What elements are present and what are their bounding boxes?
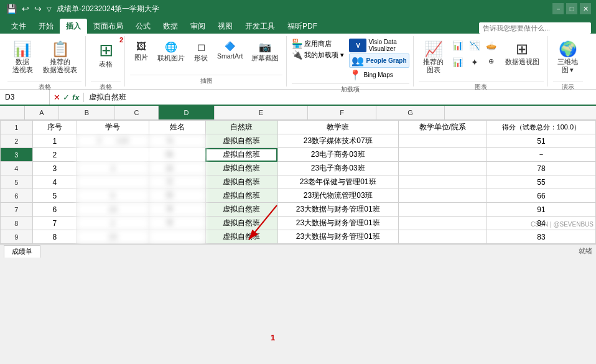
cell-C5[interactable]: 艾 [149, 175, 205, 189]
cell-G5[interactable]: 55 [487, 175, 595, 189]
cell-G7[interactable]: 91 [487, 203, 595, 217]
col-header-F[interactable]: F [308, 106, 376, 119]
cell-D7[interactable]: 虚拟自然班 [205, 203, 277, 217]
cell-G8[interactable]: 84 [487, 217, 595, 230]
close-button[interactable]: ✕ [580, 3, 591, 14]
save-icon[interactable]: 💾 [5, 2, 18, 15]
sheet-tab-chengji[interactable]: 成绩单 [4, 245, 40, 258]
cell-F1[interactable]: 教学单位/院系 [398, 121, 487, 134]
undo-icon[interactable]: ↩ [21, 2, 30, 15]
3dmap-button[interactable]: 🌍 三维地图 ▾ [553, 39, 583, 78]
tab-data[interactable]: 数据 [157, 19, 184, 34]
cell-D8[interactable]: 虚拟自然班 [205, 217, 277, 230]
cell-F3[interactable] [398, 148, 487, 162]
col-header-A[interactable]: A [25, 106, 59, 119]
cell-E1[interactable]: 教学班 [277, 121, 398, 134]
column-chart-button[interactable]: 📊 [450, 39, 466, 55]
cell-F7[interactable] [398, 203, 487, 217]
cell-A3[interactable]: 2 [32, 148, 77, 162]
cell-A4[interactable]: 3 [32, 162, 77, 175]
row-number-4[interactable]: 4 [1, 162, 33, 175]
cell-A6[interactable]: 5 [32, 189, 77, 203]
cell-B1[interactable]: 学号 [77, 121, 149, 134]
cell-B7[interactable]: 23 [77, 203, 149, 217]
cancel-formula-icon[interactable]: ✕ [54, 93, 60, 102]
minimize-button[interactable]: － [552, 3, 564, 14]
line-chart-button[interactable]: 📉 [467, 39, 483, 55]
shape-button[interactable]: ◻ 形状 [190, 39, 212, 56]
redo-icon[interactable]: ↪ [33, 2, 43, 15]
cell-F6[interactable] [398, 189, 487, 203]
cell-B3[interactable] [77, 148, 149, 162]
pivot-chart-button[interactable]: ⊞ 数据透视图 [501, 39, 544, 78]
cell-E7[interactable]: 23大数据与财务管理01班 [277, 203, 398, 217]
row-number-9[interactable]: 9 [1, 230, 33, 244]
cell-B6[interactable]: 5 [77, 189, 149, 203]
tab-review[interactable]: 审阅 [184, 19, 212, 34]
cell-C6[interactable]: 郭 [149, 189, 205, 203]
customize-icon[interactable]: ▽ [45, 4, 53, 14]
confirm-formula-icon[interactable]: ✓ [63, 93, 70, 102]
other-chart-button[interactable]: ⊕ [483, 55, 500, 72]
tell-me-input[interactable] [479, 22, 591, 34]
cell-A5[interactable]: 4 [32, 175, 77, 189]
cell-G2[interactable]: 51 [487, 134, 595, 148]
cell-G1[interactable]: 得分（试卷总分：100.0） [487, 121, 595, 134]
cell-D1[interactable]: 自然班 [205, 121, 277, 134]
cell-D6[interactable]: 虚拟自然班 [205, 189, 277, 203]
row-number-1[interactable]: 1 [1, 121, 33, 134]
cell-E8[interactable]: 23大数据与财务管理01班 [277, 217, 398, 230]
smartart-button[interactable]: 🔷 SmartArt [213, 39, 246, 56]
recommend-pivot-button[interactable]: 📋 推荐的数据透视表 [39, 39, 81, 78]
col-header-D[interactable]: D [159, 106, 215, 119]
row-number-6[interactable]: 6 [1, 189, 33, 203]
row-number-2[interactable]: 2 [1, 134, 33, 148]
row-number-5[interactable]: 5 [1, 175, 33, 189]
cell-D5[interactable]: 虚拟自然班 [205, 175, 277, 189]
cell-F8[interactable] [398, 217, 487, 230]
col-header-G[interactable]: G [376, 106, 445, 119]
col-header-E[interactable]: E [215, 106, 308, 119]
tab-start[interactable]: 开始 [32, 19, 60, 34]
cell-A2[interactable]: 1 [32, 134, 77, 148]
cell-C2[interactable]: 马 [149, 134, 205, 148]
scatter-chart-button[interactable]: ✦ [467, 55, 483, 72]
row-number-7[interactable]: 7 [1, 203, 33, 217]
cell-G4[interactable]: 78 [487, 162, 595, 175]
col-header-C[interactable]: C [115, 106, 159, 119]
cell-B4[interactable]: 3 [77, 162, 149, 175]
cell-C7[interactable]: 李 [149, 203, 205, 217]
cell-G3[interactable]: － [487, 148, 595, 162]
cell-F2[interactable] [398, 134, 487, 148]
cell-D3[interactable]: 虚拟自然班 [205, 148, 277, 162]
cell-A7[interactable]: 6 [32, 203, 77, 217]
screenshot-button[interactable]: 📷 屏幕截图 [248, 39, 282, 56]
cell-C1[interactable]: 姓名 [149, 121, 205, 134]
cell-F9[interactable] [398, 230, 487, 244]
cell-D2[interactable]: 虚拟自然班 [205, 134, 277, 148]
cell-B5[interactable] [77, 175, 149, 189]
cell-B2[interactable]: 2 110 [77, 134, 149, 148]
online-picture-button[interactable]: 🌐 联机图片 [154, 39, 189, 56]
maximize-button[interactable]: □ [566, 3, 577, 14]
cell-C4[interactable]: 赵 [149, 162, 205, 175]
cell-G9[interactable]: 83 [487, 230, 595, 244]
cell-C9[interactable] [149, 230, 205, 244]
cell-E2[interactable]: 23数字媒体技术07班 [277, 134, 398, 148]
pie-chart-button[interactable]: 🥧 [483, 39, 500, 55]
row-number-3[interactable]: 3 [1, 148, 33, 162]
tab-page-layout[interactable]: 页面布局 [87, 19, 129, 34]
cell-E6[interactable]: 23现代物流管理03班 [277, 189, 398, 203]
table-button[interactable]: ⊞ 表格 [91, 39, 121, 78]
cell-C3[interactable]: 陈 [149, 148, 205, 162]
cell-A1[interactable]: 序号 [32, 121, 77, 134]
cell-F5[interactable] [398, 175, 487, 189]
tab-view[interactable]: 视图 [212, 19, 239, 34]
bar-chart-button[interactable]: 📊 [450, 55, 466, 72]
cell-C8[interactable]: 李 [149, 217, 205, 230]
col-header-B[interactable]: B [59, 106, 115, 119]
cell-B8[interactable]: 2 [77, 217, 149, 230]
picture-button[interactable]: 🖼 图片 [130, 39, 152, 56]
tab-foxitpdf[interactable]: 福昕PDF [281, 19, 324, 34]
fx-icon[interactable]: fx [72, 93, 80, 102]
